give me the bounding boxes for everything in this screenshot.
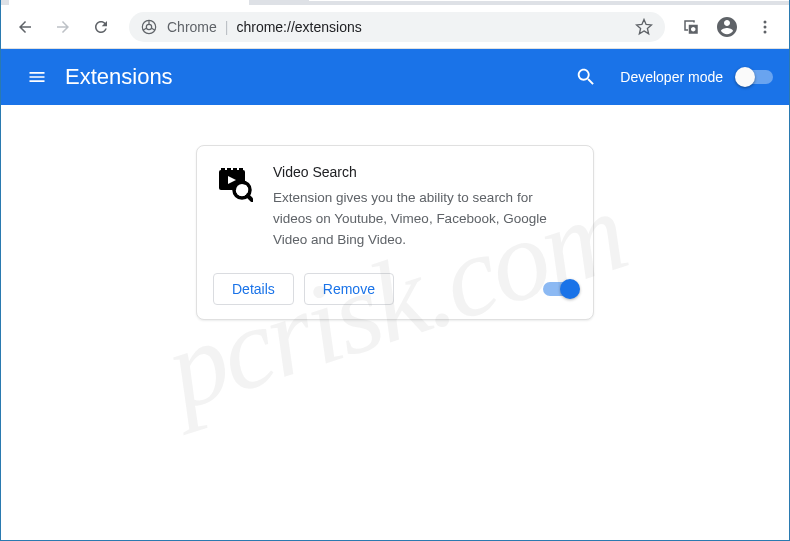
search-button[interactable] <box>566 57 606 97</box>
svg-rect-9 <box>233 168 237 172</box>
chrome-icon <box>141 19 157 35</box>
svg-rect-7 <box>221 168 225 172</box>
content-area: pcrisk.com V <box>1 105 789 540</box>
menu-button[interactable] <box>749 11 781 43</box>
extension-icon <box>217 166 253 202</box>
extensions-header: Extensions Developer mode <box>1 49 789 105</box>
browser-window: Extensions <box>0 0 790 541</box>
forward-button[interactable] <box>47 11 79 43</box>
profile-button[interactable] <box>711 11 743 43</box>
extension-description: Extension gives you the ability to searc… <box>273 188 573 251</box>
omnibox-url: chrome://extensions <box>236 19 361 35</box>
extension-name: Video Search <box>273 164 573 180</box>
reload-button[interactable] <box>85 11 117 43</box>
omnibox-separator: | <box>225 19 229 35</box>
maximize-button[interactable] <box>697 0 743 1</box>
address-bar[interactable]: Chrome | chrome://extensions <box>129 12 665 42</box>
svg-line-13 <box>247 195 252 200</box>
browser-tab[interactable]: Extensions <box>9 0 249 5</box>
developer-mode-toggle[interactable] <box>737 70 773 84</box>
extension-enable-toggle[interactable] <box>543 282 577 296</box>
extension-card: Video Search Extension gives you the abi… <box>196 145 594 320</box>
svg-point-3 <box>764 20 767 23</box>
svg-point-5 <box>764 30 767 33</box>
details-button[interactable]: Details <box>213 273 294 305</box>
new-tab-button[interactable] <box>257 0 285 2</box>
svg-rect-8 <box>227 168 231 172</box>
svg-point-4 <box>764 25 767 28</box>
bookmark-icon[interactable] <box>635 18 653 36</box>
svg-rect-10 <box>239 168 243 172</box>
close-window-button[interactable] <box>743 0 789 1</box>
developer-mode-label: Developer mode <box>620 69 723 85</box>
back-button[interactable] <box>9 11 41 43</box>
extension-toolbar-icon[interactable] <box>677 18 705 36</box>
browser-toolbar: Chrome | chrome://extensions <box>1 5 789 49</box>
svg-point-14 <box>236 184 248 196</box>
svg-point-2 <box>146 24 151 29</box>
page-title: Extensions <box>65 64 566 90</box>
hamburger-menu-button[interactable] <box>17 57 57 97</box>
minimize-button[interactable] <box>651 0 697 1</box>
tab-strip: Extensions <box>1 0 789 5</box>
omnibox-prefix: Chrome <box>167 19 217 35</box>
remove-button[interactable]: Remove <box>304 273 394 305</box>
